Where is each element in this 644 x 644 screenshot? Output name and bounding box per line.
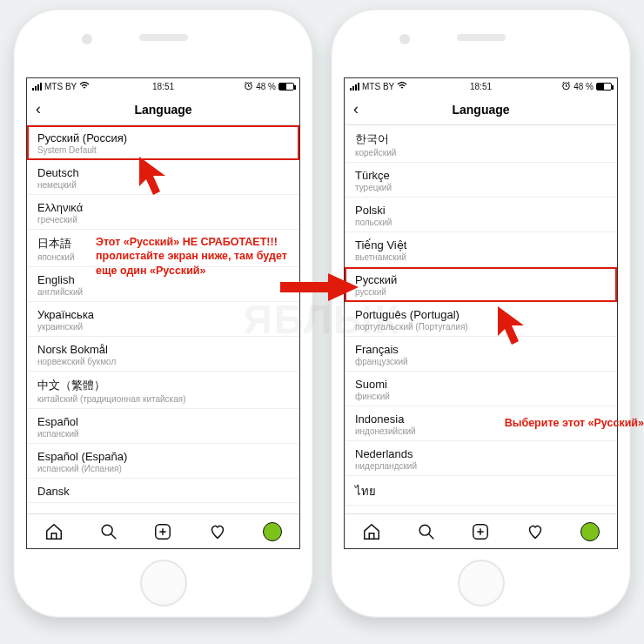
battery-pct-label: 48 % [256, 82, 276, 91]
language-row[interactable]: Norsk Bokmålнорвежский букмол [27, 337, 299, 372]
alarm-icon [561, 81, 571, 92]
language-row[interactable]: Nederlandsнидерландский [345, 441, 617, 476]
language-title: Русский (Россия) [37, 131, 289, 144]
home-button[interactable] [140, 560, 187, 607]
carrier-label: MTS BY [362, 82, 394, 91]
language-row[interactable]: Ελληνικάгреческий [27, 195, 299, 230]
svg-point-1 [102, 525, 112, 535]
language-subtitle: русский [355, 287, 607, 297]
language-subtitle: нидерландский [355, 461, 607, 471]
language-subtitle: немецкий [37, 180, 289, 190]
language-row[interactable]: Polskiпольский [345, 198, 617, 232]
language-subtitle: японский [37, 252, 289, 262]
home-icon[interactable] [44, 522, 64, 541]
language-row[interactable]: Englishанглийский [27, 267, 299, 302]
language-subtitle: финский [355, 392, 607, 401]
language-row[interactable]: ไทย [345, 476, 617, 506]
nav-header: ‹ Language [27, 94, 299, 125]
wifi-icon [79, 82, 90, 91]
svg-point-4 [419, 525, 430, 535]
carrier-label: MTS BY [44, 82, 77, 91]
language-title: Português (Portugal) [355, 308, 607, 321]
profile-avatar[interactable] [580, 522, 600, 541]
wifi-icon [397, 82, 407, 91]
language-title: Suomi [355, 378, 607, 391]
language-title: Español [37, 415, 289, 428]
language-list[interactable]: Русский (Россия)System DefaultDeutschнем… [27, 125, 299, 513]
language-subtitle: французский [355, 357, 607, 366]
battery-icon [596, 83, 612, 91]
language-subtitle: украинский [37, 322, 289, 332]
tab-bar [345, 513, 617, 548]
clock-label: 18:51 [470, 82, 492, 91]
language-row[interactable]: Русскийрусский [345, 267, 617, 302]
battery-icon [278, 83, 294, 91]
back-chevron-icon[interactable]: ‹ [353, 100, 359, 118]
add-icon[interactable] [471, 522, 490, 541]
language-subtitle: английский [37, 287, 289, 297]
phone-speaker [139, 34, 188, 41]
language-title: Dansk [37, 485, 289, 498]
language-row[interactable]: Tiếng Việtвьетнамский [345, 232, 617, 267]
profile-avatar[interactable] [263, 522, 282, 541]
language-title: English [37, 273, 289, 286]
language-subtitle: норвежский букмол [37, 357, 289, 366]
phone-camera [82, 34, 92, 44]
language-row[interactable]: Українськаукраинский [27, 302, 299, 337]
language-row[interactable]: Françaisфранцузский [345, 337, 617, 372]
language-row[interactable]: Русский (Россия)System Default [27, 125, 299, 160]
phone-mock-right: MTS BY 18:51 48 % ‹ Language 한국 [331, 9, 631, 618]
language-subtitle: турецкий [355, 183, 607, 192]
language-subtitle: System Default [37, 145, 289, 155]
language-row[interactable]: Suomiфинский [345, 372, 617, 406]
language-subtitle: индонезийский [355, 426, 607, 436]
signal-icon [350, 83, 359, 91]
language-list[interactable]: 한국어корейскийTürkçeтурецкийPolskiпольский… [345, 125, 617, 513]
language-row[interactable]: Dansk [27, 479, 299, 503]
language-title: 日本語 [37, 236, 289, 252]
language-title: Norsk Bokmål [37, 343, 289, 356]
screen: MTS BY 18:51 48 % ‹ Language 한국 [344, 77, 618, 549]
language-row[interactable]: Português (Portugal)португальский (Порту… [345, 302, 617, 337]
home-button[interactable] [458, 560, 505, 607]
language-subtitle: китайский (традиционная китайская) [37, 394, 289, 404]
language-title: Polski [355, 204, 607, 217]
phone-camera [399, 34, 410, 44]
language-title: 中文（繁體） [37, 378, 289, 393]
battery-pct-label: 48 % [574, 82, 594, 91]
back-chevron-icon[interactable]: ‹ [36, 100, 41, 118]
language-title: Ελληνικά [37, 201, 289, 214]
language-subtitle: корейский [355, 148, 607, 158]
language-title: Tiếng Việt [355, 238, 607, 252]
home-icon[interactable] [362, 522, 381, 541]
phone-speaker [457, 34, 506, 41]
language-row[interactable]: Türkçeтурецкий [345, 163, 617, 198]
page-title: Language [452, 103, 509, 117]
search-icon[interactable] [417, 522, 436, 541]
language-subtitle: португальский (Португалия) [355, 322, 607, 332]
tab-bar [27, 513, 299, 548]
language-title: 한국어 [355, 131, 607, 147]
language-row[interactable]: Españolиспанский [27, 409, 299, 444]
language-row[interactable]: 한국어корейский [345, 125, 617, 163]
language-subtitle: вьетнамский [355, 252, 607, 262]
language-title: Українська [37, 308, 289, 321]
language-title: Deutsch [37, 166, 289, 179]
heart-icon[interactable] [526, 522, 545, 541]
language-subtitle: греческий [37, 215, 289, 225]
add-icon[interactable] [153, 522, 172, 541]
language-title: Русский [355, 273, 607, 286]
language-row[interactable]: Español (España)испанский (Испания) [27, 444, 299, 479]
alarm-icon [244, 81, 253, 92]
search-icon[interactable] [99, 522, 118, 541]
language-row[interactable]: 日本語японский [27, 230, 299, 267]
language-row[interactable]: 中文（繁體）китайский (традиционная китайская) [27, 372, 299, 409]
status-bar: MTS BY 18:51 48 % [27, 78, 299, 94]
language-title: ไทย [355, 482, 607, 500]
heart-icon[interactable] [208, 522, 227, 541]
nav-header: ‹ Language [345, 94, 617, 125]
language-title: Nederlands [355, 447, 607, 460]
language-row[interactable]: Deutschнемецкий [27, 160, 299, 195]
status-bar: MTS BY 18:51 48 % [345, 78, 617, 94]
language-row[interactable]: Indonesiaиндонезийский [345, 406, 617, 441]
